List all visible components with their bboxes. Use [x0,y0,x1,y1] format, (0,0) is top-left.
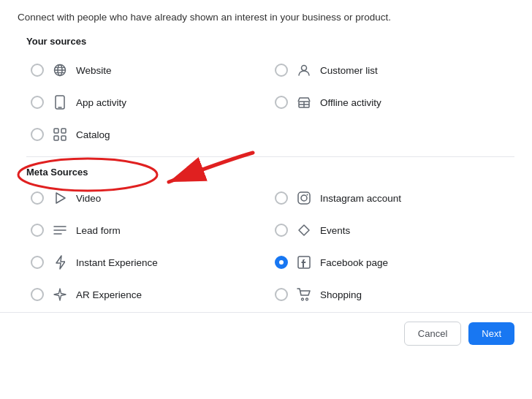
svg-rect-7 [54,129,58,133]
radio-offline-activity[interactable] [275,96,288,109]
source-offline-activity-label: Offline activity [320,97,381,108]
sparkle-icon [50,284,70,305]
source-lead-form-label: Lead form [76,225,121,236]
source-ar-experience-label: AR Experience [76,289,142,300]
radio-instagram-account[interactable] [275,191,288,205]
svg-point-25 [307,194,308,196]
instagram-icon [294,188,314,208]
source-instant-experience-label: Instant Experience [76,257,158,268]
your-sources-label: Your sources [26,36,514,47]
bolt-icon [50,252,70,273]
source-offline-activity[interactable]: Offline activity [270,86,514,118]
svg-rect-23 [298,192,310,204]
source-shopping[interactable]: Shopping [270,278,514,311]
source-catalog[interactable]: Catalog [26,118,270,151]
source-facebook-page-label: Facebook page [320,257,388,268]
source-events-label: Events [320,225,350,236]
lines-icon [50,220,70,240]
source-video[interactable]: Video [26,182,270,214]
source-ar-experience[interactable]: AR Experience [26,278,270,311]
radio-customer-list[interactable] [275,64,288,77]
source-instagram-account-label: Instagram account [320,193,401,204]
next-button[interactable]: Next [468,322,514,345]
source-instant-experience[interactable]: Instant Experience [26,246,270,278]
grid-icon [50,124,70,145]
cart-icon [294,284,314,305]
radio-events[interactable] [275,224,288,237]
source-customer-list-label: Customer list [320,65,378,76]
source-website[interactable]: Website [26,54,270,86]
source-customer-list[interactable]: Customer list [270,54,514,86]
svg-marker-17 [56,193,65,203]
source-facebook-page[interactable]: Facebook page [270,246,514,278]
svg-point-24 [301,195,307,201]
section-divider [26,156,514,157]
source-shopping-label: Shopping [320,289,362,300]
svg-point-28 [306,298,308,300]
intro-text: Connect with people who have already sho… [18,12,514,23]
your-sources-grid: Website App activity [26,54,514,151]
svg-rect-9 [54,136,58,140]
radio-app-activity[interactable] [31,96,44,109]
radio-lead-form[interactable] [31,224,44,237]
source-website-label: Website [76,65,112,76]
mobile-icon [50,92,70,113]
source-events[interactable]: Events [270,214,514,246]
meta-sources-header: Meta Sources [26,166,514,178]
radio-shopping[interactable] [275,288,288,301]
svg-point-27 [302,298,304,300]
meta-sources-label: Meta Sources [26,167,88,178]
diamond-icon [294,220,314,240]
fb-page-icon [294,252,314,273]
svg-rect-10 [61,136,66,140]
source-app-activity-label: App activity [76,97,126,108]
radio-website[interactable] [31,64,44,77]
globe-icon [50,60,70,80]
store-icon [294,92,314,113]
bottom-bar: Cancel Next [0,312,532,354]
source-instagram-account[interactable]: Instagram account [270,182,514,214]
svg-rect-8 [61,129,66,133]
radio-ar-experience[interactable] [31,288,44,301]
radio-catalog[interactable] [31,128,44,141]
radio-facebook-page[interactable] [275,256,288,269]
svg-point-11 [302,66,307,71]
radio-video[interactable] [31,191,44,205]
source-app-activity[interactable]: App activity [26,86,270,118]
person-icon [294,60,314,80]
cancel-button[interactable]: Cancel [404,322,461,346]
source-catalog-label: Catalog [76,129,110,140]
play-icon [50,188,70,208]
source-video-label: Video [76,193,101,204]
source-lead-form[interactable]: Lead form [26,214,270,246]
radio-instant-experience[interactable] [31,256,44,269]
